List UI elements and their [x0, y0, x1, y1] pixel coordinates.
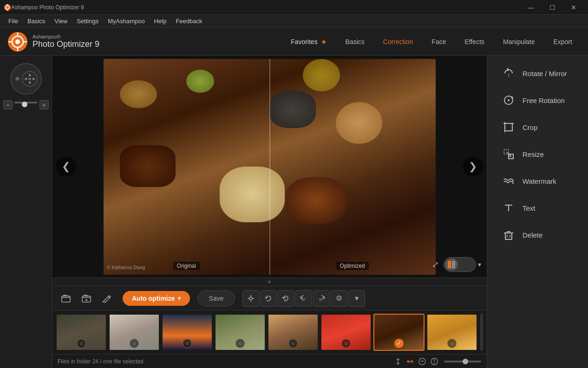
manipulate-crop[interactable]: Crop [491, 114, 584, 140]
collapse-strip[interactable]: ▼ [52, 278, 487, 286]
manipulate-rotate-mirror[interactable]: Rotate / Mirror [491, 60, 584, 86]
brand-name: Ashampoo® [33, 34, 99, 39]
filmstrip-thumb-5[interactable]: ○ [268, 314, 319, 351]
free-rotation-icon [502, 94, 515, 107]
open-file-button[interactable] [58, 290, 74, 307]
prev-arrow-button[interactable]: ❮ [56, 156, 76, 177]
rotate-left-button[interactable]: 90° [295, 290, 312, 307]
filmstrip-thumb-3[interactable]: ○ [162, 314, 213, 351]
svg-rect-50 [505, 233, 512, 239]
menu-settings[interactable]: Settings [72, 16, 103, 26]
pan-control[interactable] [10, 63, 42, 95]
edit-button[interactable] [98, 290, 115, 307]
svg-point-28 [249, 297, 252, 300]
menu-feedback[interactable]: Feedback [171, 16, 207, 26]
rotate-mirror-label: Rotate / Mirror [523, 70, 567, 77]
view-mode-button[interactable] [444, 257, 476, 272]
menu-file[interactable]: File [4, 16, 23, 26]
view-mode-dropdown[interactable]: ▾ [478, 261, 481, 268]
filmstrip: ○ ○ ○ ○ ○ [52, 310, 487, 354]
undo-all-button[interactable] [278, 290, 294, 307]
tab-face[interactable]: Face [423, 34, 454, 49]
svg-rect-18 [452, 261, 455, 268]
filter-icon[interactable] [430, 357, 438, 366]
tab-manipulate[interactable]: Manipulate [495, 34, 543, 49]
manipulate-resize[interactable]: Resize [491, 141, 584, 167]
bottom-zoom-track[interactable] [444, 361, 481, 362]
thumb-check-8: ○ [447, 339, 457, 348]
menu-bar: File Basics View Settings MyAshampoo Hel… [0, 15, 588, 28]
manipulate-menu: Rotate / Mirror Free Rotation [487, 56, 588, 252]
auto-optimize-dropdown: ▾ [178, 295, 181, 302]
window-controls[interactable]: — ☐ ✕ [520, 0, 584, 15]
filmstrip-thumb-8[interactable]: ○ [426, 314, 477, 351]
thumb-check-4: ○ [235, 339, 245, 348]
image-split-divider [269, 59, 270, 275]
svg-line-23 [103, 301, 104, 303]
thumb-check-6: ○ [341, 339, 351, 348]
title-bar: Ashampoo Photo Optimizer 9 — ☐ ✕ [0, 0, 588, 15]
minimize-button[interactable]: — [520, 0, 542, 15]
svg-point-39 [508, 99, 510, 101]
filmstrip-thumb-2[interactable]: ○ [109, 314, 160, 351]
magic-enhance-button[interactable] [242, 290, 259, 307]
filmstrip-thumb-4[interactable]: ○ [215, 314, 266, 351]
logo-icon [7, 32, 28, 52]
rotate-mirror-icon [502, 67, 515, 80]
svg-rect-17 [448, 261, 451, 268]
manipulate-free-rotation[interactable]: Free Rotation [491, 87, 584, 113]
compare-icon[interactable] [418, 357, 426, 366]
filmstrip-thumb-7[interactable]: ✓ [373, 314, 425, 351]
tab-export[interactable]: Export [545, 34, 581, 49]
tab-effects[interactable]: Effects [456, 34, 493, 49]
rotate-right-button[interactable]: 90° [313, 290, 330, 307]
nav-tabs: Favorites ★ Basics Correction Face Effec… [282, 34, 581, 49]
swap-icon[interactable] [406, 357, 414, 366]
maximize-button[interactable]: ☐ [542, 0, 563, 15]
photo-display: Original Optimized © Katharina Stang [104, 59, 436, 275]
svg-point-16 [28, 77, 31, 80]
add-file-button[interactable] [78, 290, 95, 307]
svg-rect-40 [505, 123, 512, 131]
menu-basics[interactable]: Basics [23, 16, 50, 26]
fullscreen-icon[interactable]: ⤢ [432, 259, 439, 270]
svg-rect-19 [62, 296, 70, 302]
auto-optimize-button[interactable]: Auto optimize ▾ [123, 291, 190, 306]
label-optimized: Optimized [336, 262, 369, 270]
menu-myashampoo[interactable]: MyAshampoo [103, 16, 149, 26]
status-right [394, 357, 481, 366]
filmstrip-thumb-1[interactable]: ○ [56, 314, 107, 351]
tab-basics[interactable]: Basics [337, 34, 373, 49]
image-area: ❮ Original Optimize [52, 56, 487, 278]
manipulate-watermark[interactable]: Watermark [491, 168, 584, 194]
right-panel: Rotate / Mirror Free Rotation [487, 56, 588, 368]
zoom-thumb [22, 102, 27, 107]
next-arrow-button[interactable]: ❯ [463, 156, 483, 177]
menu-view[interactable]: View [50, 16, 72, 26]
menu-help[interactable]: Help [150, 16, 171, 26]
more-button[interactable]: ▾ [348, 290, 365, 307]
text-icon [502, 201, 515, 214]
tab-favorites[interactable]: Favorites ★ [282, 34, 335, 49]
sort-icon[interactable] [394, 357, 402, 366]
label-original: Original [173, 262, 200, 270]
resize-icon [502, 148, 515, 161]
status-bar: Files in folder 24 / one file selected [52, 354, 487, 368]
manipulate-delete[interactable]: Delete [491, 222, 584, 248]
svg-point-6 [15, 39, 20, 44]
close-button[interactable]: ✕ [563, 0, 584, 15]
zoom-out-button[interactable]: − [3, 100, 13, 110]
settings-button[interactable]: ⚙ [331, 290, 347, 307]
filmstrip-thumb-6[interactable]: ○ [320, 314, 372, 351]
zoom-in-button[interactable]: + [39, 100, 49, 110]
filmstrip-scrollbar[interactable] [480, 314, 483, 351]
save-button[interactable]: Save [197, 291, 235, 306]
tab-correction[interactable]: Correction [375, 34, 422, 49]
watermark-label: Watermark [523, 177, 556, 185]
thumb-check-7: ✓ [394, 339, 404, 348]
undo-button[interactable] [260, 290, 277, 307]
left-panel: − + [0, 56, 52, 368]
logo-area: Ashampoo® Photo Optimizer 9 [7, 32, 99, 52]
manipulate-text[interactable]: Text [491, 195, 584, 221]
action-tools: 90° 90° ⚙ ▾ [242, 290, 365, 307]
